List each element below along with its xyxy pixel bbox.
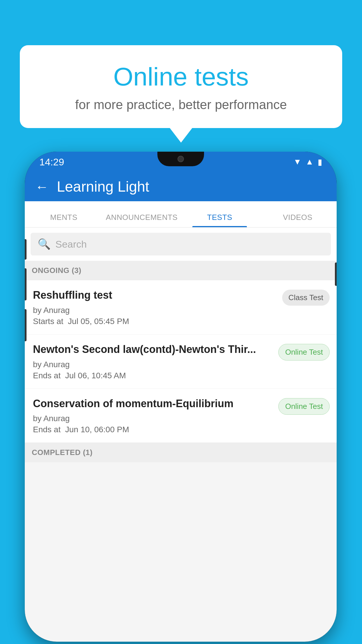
tab-announcements[interactable]: ANNOUNCEMENTS [103, 213, 181, 227]
app-bar-title: Learning Light [57, 178, 149, 195]
status-icons: ▼ ▲ ▮ [294, 157, 322, 167]
test-by-1: by Anurag [33, 306, 276, 315]
phone-frame: 14:29 ▼ ▲ ▮ ← Learning Light MENTS ANNOU… [25, 152, 337, 642]
test-name-1: Reshuffling test [33, 288, 276, 302]
test-item-3[interactable]: Conservation of momentum-Equilibrium by … [25, 389, 337, 443]
search-icon: 🔍 [38, 238, 51, 250]
test-date-3: Ends at Jun 10, 06:00 PM [33, 425, 273, 434]
test-by-2: by Anurag [33, 360, 273, 369]
test-badge-3: Online Test [278, 398, 330, 415]
search-placeholder: Search [55, 239, 87, 250]
wifi-icon: ▼ [294, 157, 302, 167]
test-by-3: by Anurag [33, 414, 273, 423]
tab-bar: MENTS ANNOUNCEMENTS TESTS VIDEOS [25, 201, 337, 228]
battery-icon: ▮ [318, 157, 322, 167]
volume-up-button [25, 239, 27, 260]
back-button[interactable]: ← [35, 179, 49, 195]
completed-section-header: COMPLETED (1) [25, 443, 337, 462]
test-item-2[interactable]: Newton's Second law(contd)-Newton's Thir… [25, 335, 337, 389]
test-date-2: Ends at Jul 06, 10:45 AM [33, 371, 273, 380]
phone-content: 🔍 Search ONGOING (3) Reshuffling test by… [25, 228, 337, 642]
test-info-2: Newton's Second law(contd)-Newton's Thir… [33, 343, 273, 380]
phone-notch [157, 152, 204, 166]
tab-ments[interactable]: MENTS [25, 213, 103, 227]
ongoing-section-header: ONGOING (3) [25, 261, 337, 280]
test-info-3: Conservation of momentum-Equilibrium by … [33, 397, 273, 435]
status-time: 14:29 [39, 156, 64, 168]
search-container: 🔍 Search [25, 228, 337, 261]
test-badge-1: Class Test [282, 290, 330, 306]
app-bar: ← Learning Light [25, 172, 337, 201]
speech-bubble: Online tests for more practice, better p… [20, 45, 342, 128]
signal-icon: ▲ [305, 157, 314, 167]
speech-bubble-subtitle: for more practice, better performance [31, 97, 331, 112]
tests-list: Reshuffling test by Anurag Starts at Jul… [25, 280, 337, 443]
test-date-1: Starts at Jul 05, 05:45 PM [33, 317, 276, 326]
search-bar[interactable]: 🔍 Search [31, 233, 331, 256]
test-name-3: Conservation of momentum-Equilibrium [33, 397, 273, 411]
side-button-3 [25, 309, 27, 341]
test-name-2: Newton's Second law(contd)-Newton's Thir… [33, 343, 273, 356]
tab-videos[interactable]: VIDEOS [259, 213, 337, 227]
test-info-1: Reshuffling test by Anurag Starts at Jul… [33, 288, 276, 326]
test-badge-2: Online Test [278, 344, 330, 360]
camera [178, 156, 184, 162]
test-item-1[interactable]: Reshuffling test by Anurag Starts at Jul… [25, 280, 337, 335]
volume-down-button [25, 268, 27, 300]
speech-bubble-title: Online tests [31, 63, 331, 91]
power-button [335, 262, 337, 286]
tab-tests[interactable]: TESTS [181, 213, 259, 227]
